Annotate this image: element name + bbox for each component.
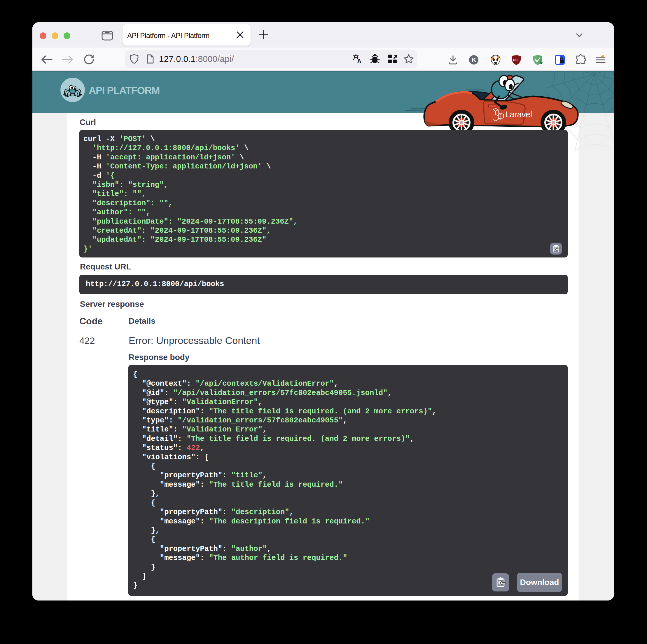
svg-text:A: A [540,61,542,64]
svg-text:Laravel: Laravel [505,110,532,119]
svg-text:K: K [472,56,476,64]
svg-text:u0: u0 [513,58,517,62]
svg-text:A: A [357,58,361,65]
